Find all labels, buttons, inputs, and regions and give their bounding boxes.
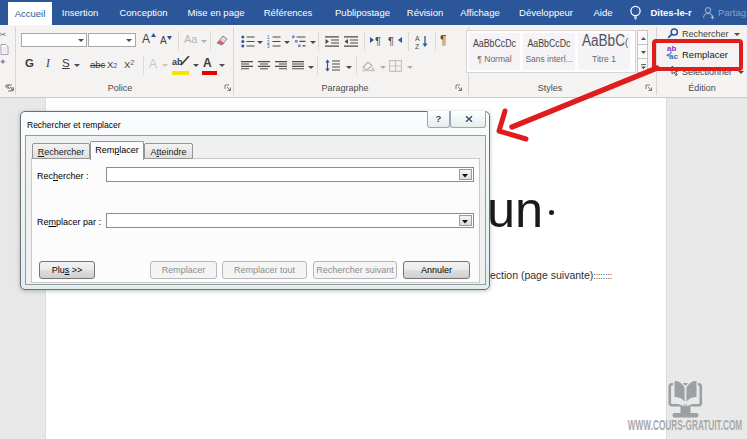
svg-text:¶: ¶ <box>375 35 381 47</box>
svg-text:Z: Z <box>415 43 420 50</box>
svg-text:A: A <box>415 35 420 42</box>
svg-text:¶: ¶ <box>388 35 394 47</box>
svg-text:3: 3 <box>267 44 270 48</box>
